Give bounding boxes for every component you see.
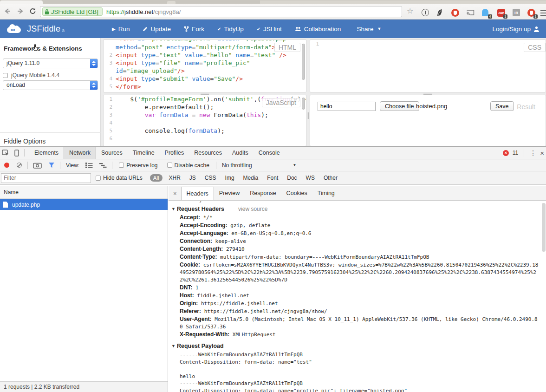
filter-type-other[interactable]: Other [324, 175, 338, 181]
framework-select[interactable]: jQuery 1.11.0 [3, 59, 98, 68]
menu-update[interactable]: Update [136, 20, 177, 38]
filter-type-doc[interactable]: Doc [287, 175, 297, 181]
filter-type-xhr[interactable]: XHR [169, 175, 181, 181]
detail-scrollbar[interactable] [542, 203, 546, 252]
detail-tab-headers[interactable]: Headers [181, 187, 214, 200]
menu-collaboration[interactable]: Collaboration [288, 20, 348, 38]
disable-cache-checkbox[interactable]: Disable cache [167, 162, 209, 169]
jsfiddle-logo-icon[interactable]: ∞ [6, 24, 22, 34]
result-text-input[interactable] [318, 102, 376, 111]
menu-run[interactable]: ▶Run [105, 20, 136, 38]
devtools-tab-timeline[interactable]: Timeline [128, 147, 160, 159]
request-payload-title[interactable]: ▼ Request Payload [170, 341, 542, 351]
ghostery-badge: 4 [488, 14, 492, 19]
checkbox-icon[interactable] [3, 73, 8, 78]
info-extension-icon[interactable] [422, 9, 430, 17]
js-editor-panel[interactable]: JavaScript 1 $('#profileImageForm').on('… [103, 95, 306, 146]
html-panel-label: HTML [274, 43, 300, 52]
adblock-hand-extension-icon[interactable]: 1 [527, 9, 536, 17]
forward-button[interactable] [15, 6, 26, 17]
menu-fork[interactable]: Fork [177, 20, 211, 38]
error-count[interactable]: 11 [513, 150, 518, 156]
disclosure-triangle-icon[interactable]: ▼ [171, 344, 176, 348]
screenshot-camera-icon[interactable] [33, 162, 42, 169]
menu-tidyup[interactable]: ✔TidyUp [211, 20, 250, 38]
devtools-tab-elements[interactable]: Elements [29, 147, 64, 159]
payload-line: ------WebKitFormBoundaryAIAZtRA11tTmFpQB [170, 380, 540, 387]
view-source-link[interactable]: view source [238, 206, 267, 212]
login-signup-link[interactable]: Login/Sign up [492, 26, 540, 33]
html-editor-scrollbar[interactable] [302, 44, 305, 80]
clear-button[interactable] [17, 163, 22, 168]
filter-input[interactable] [1, 173, 91, 183]
back-button[interactable] [2, 6, 13, 17]
jsfiddle-logo-text[interactable]: JSFiddle [27, 24, 60, 34]
bookmark-star-icon[interactable]: ☆ [407, 7, 413, 15]
url-host: jsfiddle.net [124, 8, 153, 15]
ev-certificate-badge[interactable]: JSFiddle Ltd [GB] [42, 7, 103, 16]
devtools-tab-sources[interactable]: Sources [96, 147, 128, 159]
detail-tab-preview[interactable]: Preview [214, 186, 245, 200]
adblock-plus-extension-icon[interactable]: ABP1 [497, 9, 506, 17]
linkedin-extension-icon[interactable]: in [513, 9, 521, 17]
horizontal-splitter[interactable] [201, 93, 209, 95]
checkbox-icon[interactable] [167, 163, 172, 168]
html-editor-panel[interactable]: HTML 1<form id="profileImageForm" action… [103, 39, 306, 92]
filter-type-img[interactable]: Img [225, 175, 234, 181]
horizontal-splitter[interactable] [423, 93, 432, 95]
vertical-splitter[interactable] [307, 112, 309, 119]
devtools-tab-console[interactable]: Console [254, 147, 285, 159]
filter-type-media[interactable]: Media [243, 175, 259, 181]
browser-tab[interactable] [0, 0, 43, 4]
css-code-area[interactable]: 1 [310, 40, 546, 48]
filter-type-js[interactable]: JS [189, 175, 196, 181]
record-button[interactable] [4, 163, 9, 168]
filter-type-ws[interactable]: WS [306, 175, 315, 181]
menu-jshint[interactable]: ✔JSHint [250, 20, 288, 38]
save-button[interactable]: Save [490, 101, 514, 111]
hide-data-urls-checkbox[interactable]: Hide data URLs [96, 175, 143, 181]
device-toolbar-icon[interactable] [11, 147, 22, 159]
filter-funnel-icon[interactable] [48, 162, 55, 168]
filter-type-all[interactable]: All [150, 174, 162, 182]
error-icon[interactable]: × [503, 150, 509, 156]
devtools-tab-network[interactable]: Network [64, 147, 96, 159]
detail-tab-response[interactable]: Response [245, 186, 281, 200]
js-editor-scrollbar[interactable] [302, 98, 305, 110]
devtools-menu-icon[interactable]: ⋮ [530, 149, 536, 157]
close-detail-icon[interactable]: × [173, 190, 177, 197]
devtools-tab-audits[interactable]: Audits [227, 147, 254, 159]
devtools-tab-profiles[interactable]: Profiles [160, 147, 189, 159]
jquery-mobile-checkbox-row[interactable]: jQuery Mobile 1.4.4 [3, 72, 59, 78]
name-column-header[interactable]: Name [0, 186, 168, 199]
menu-share[interactable]: Share▼ [347, 20, 388, 38]
inspect-element-icon[interactable] [0, 147, 11, 159]
devtools-tab-resources[interactable]: Resources [189, 147, 227, 159]
devtools-close-icon[interactable]: × [540, 149, 544, 157]
request-row-update-php[interactable]: update.php [0, 199, 168, 210]
checkbox-icon[interactable] [119, 163, 124, 168]
checkbox-icon[interactable] [96, 176, 101, 181]
filter-type-css[interactable]: CSS [205, 175, 216, 181]
stop-hand-extension-icon[interactable] [451, 9, 460, 17]
preserve-log-checkbox[interactable]: Preserve log [119, 162, 157, 169]
list-view-icon[interactable] [85, 163, 93, 168]
waterfall-view-icon[interactable] [99, 163, 107, 168]
disclosure-triangle-icon[interactable]: ▼ [171, 207, 176, 211]
filter-type-font[interactable]: Font [267, 175, 278, 181]
onload-select[interactable]: onLoad [3, 80, 98, 90]
choose-file-button[interactable]: Choose file [380, 101, 419, 111]
detail-tab-timing[interactable]: Timing [312, 186, 340, 200]
ghostery-extension-icon[interactable]: 4 [482, 9, 490, 17]
throttling-select[interactable]: No throttling [222, 162, 252, 169]
css-editor-panel[interactable]: CSS 1 [310, 39, 546, 92]
refresh-button[interactable] [27, 6, 38, 17]
detail-tab-cookies[interactable]: Cookies [281, 186, 312, 200]
address-bar[interactable]: JSFiddle Ltd [GB] https://jsfiddle.net/c… [40, 6, 402, 17]
request-headers-title[interactable]: ▼ Request Headers view source [170, 204, 542, 214]
chrome-menu-icon[interactable] [540, 9, 546, 17]
chevron-down-icon[interactable]: ▼ [293, 163, 297, 167]
quill-extension-icon[interactable] [436, 9, 445, 17]
forward-icon [17, 8, 24, 14]
cast-extension-icon[interactable] [466, 9, 474, 17]
